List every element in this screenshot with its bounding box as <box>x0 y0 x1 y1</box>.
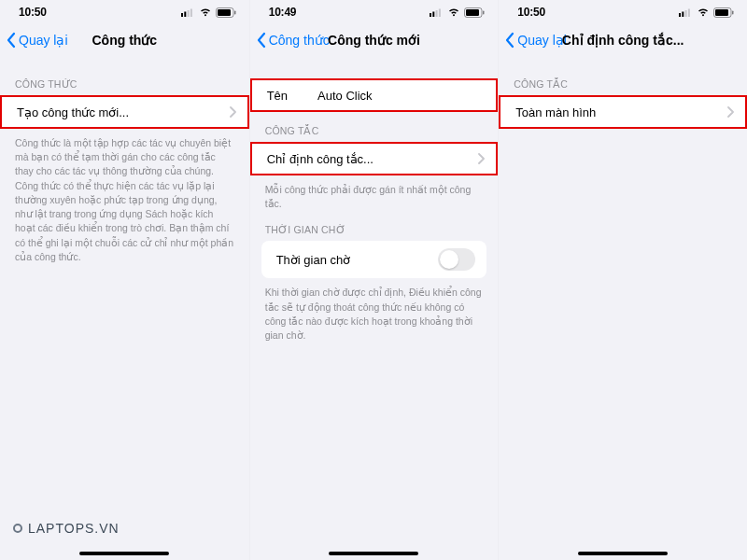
status-indicators <box>679 7 734 18</box>
watermark-text: LAPTOPS.VN <box>28 521 120 536</box>
section-header-switches: CÔNG TẮC <box>250 112 499 142</box>
svg-rect-16 <box>685 10 687 17</box>
svg-rect-1 <box>184 12 186 18</box>
timeout-description: Khi thời gian chờ được chỉ định, Điều kh… <box>250 278 499 343</box>
status-bar: 10:49 <box>250 0 499 24</box>
svg-rect-5 <box>218 9 231 16</box>
content: Tên Auto Click CÔNG TẮC Chỉ định công tắ… <box>250 56 499 560</box>
phone-screen-3: 10:50 Quay lại Chỉ định công tắc... CÔNG… <box>498 0 747 560</box>
status-time: 10:50 <box>19 6 47 19</box>
row-label: Thời gian chờ <box>276 253 351 267</box>
battery-icon <box>216 7 236 18</box>
signal-icon <box>430 7 444 17</box>
home-indicator[interactable] <box>578 552 668 555</box>
chevron-right-icon <box>727 106 734 118</box>
chevron-left-icon <box>504 32 515 49</box>
chevron-right-icon <box>230 106 236 118</box>
home-indicator[interactable] <box>79 552 169 555</box>
phone-screen-2: 10:49 Công thức Công thức mới Tên Auto C… <box>249 0 499 560</box>
back-button[interactable]: Công thức <box>256 32 330 49</box>
phone-screen-1: 10:50 Quay lại Công thức CÔNG THỨC Tạo c… <box>0 0 249 560</box>
svg-rect-20 <box>732 10 734 14</box>
nav-bar: Công thức Công thức mới <box>250 24 499 56</box>
back-button[interactable]: Quay lại <box>504 32 567 49</box>
chevron-right-icon <box>478 153 485 164</box>
status-indicators <box>430 7 485 18</box>
page-title: Công thức mới <box>328 33 420 48</box>
wifi-icon <box>697 7 710 17</box>
signal-icon <box>679 7 693 17</box>
nav-bar: Quay lại Công thức <box>0 24 249 56</box>
section-header-recipes: CÔNG THỨC <box>0 65 249 95</box>
wifi-icon <box>447 7 460 17</box>
recipe-name-row[interactable]: Tên Auto Click <box>250 78 499 112</box>
svg-rect-19 <box>715 9 728 16</box>
timeout-toggle[interactable] <box>438 248 475 271</box>
recipes-description: Công thức là một tập hợp các tác vụ chuy… <box>0 129 249 264</box>
page-title: Công thức <box>92 33 158 48</box>
row-label: Chỉ định công tắc... <box>267 152 374 166</box>
svg-rect-13 <box>483 10 485 14</box>
status-time: 10:49 <box>269 6 297 19</box>
chevron-left-icon <box>6 32 17 49</box>
page-title: Chỉ định công tắc... <box>562 33 684 48</box>
content: CÔNG TẮC Toàn màn hình <box>499 56 747 560</box>
name-field-label: Tên <box>267 89 288 103</box>
svg-rect-14 <box>679 13 681 17</box>
svg-rect-0 <box>181 13 183 17</box>
watermark: LAPTOPS.VN <box>13 521 120 536</box>
svg-rect-15 <box>682 12 684 18</box>
back-button[interactable]: Quay lại <box>6 32 68 49</box>
fullscreen-switch-row[interactable]: Toàn màn hình <box>499 95 747 129</box>
row-label: Tạo công thức mới... <box>17 105 129 119</box>
watermark-dot-icon <box>13 524 22 533</box>
svg-rect-9 <box>436 10 438 17</box>
svg-rect-6 <box>234 10 236 14</box>
content: CÔNG THỨC Tạo công thức mới... Công thức… <box>0 56 249 560</box>
svg-rect-3 <box>190 9 192 18</box>
switches-description: Mỗi công thức phải được gán ít nhất một … <box>250 175 499 211</box>
section-header-switches: CÔNG TẮC <box>499 65 747 95</box>
section-header-timeout: THỜI GIAN CHỜ <box>250 211 499 241</box>
signal-icon <box>181 7 195 17</box>
back-label: Công thức <box>269 33 330 48</box>
svg-rect-10 <box>439 9 441 18</box>
wifi-icon <box>199 7 212 17</box>
back-label: Quay lại <box>19 33 68 48</box>
status-bar: 10:50 <box>499 0 747 24</box>
back-label: Quay lại <box>517 33 567 48</box>
row-label: Toàn màn hình <box>515 105 596 119</box>
status-indicators <box>181 7 236 18</box>
svg-rect-8 <box>433 12 435 18</box>
assign-switch-row[interactable]: Chỉ định công tắc... <box>250 142 499 175</box>
battery-icon <box>713 7 734 18</box>
svg-rect-12 <box>466 9 479 16</box>
svg-rect-17 <box>688 9 690 18</box>
timeout-row[interactable]: Thời gian chờ <box>261 241 487 278</box>
nav-bar: Quay lại Chỉ định công tắc... <box>499 24 747 56</box>
chevron-left-icon <box>256 32 267 49</box>
svg-rect-2 <box>187 10 189 17</box>
home-indicator[interactable] <box>329 552 418 555</box>
battery-icon <box>464 7 485 18</box>
status-time: 10:50 <box>517 6 545 19</box>
create-new-recipe-row[interactable]: Tạo công thức mới... <box>0 95 249 129</box>
name-field-value[interactable]: Auto Click <box>297 89 485 103</box>
svg-rect-7 <box>430 13 431 17</box>
status-bar: 10:50 <box>0 0 249 24</box>
